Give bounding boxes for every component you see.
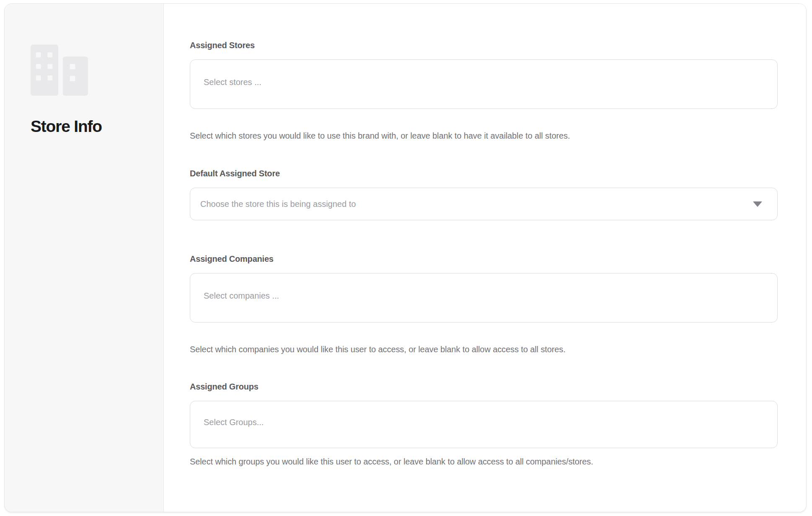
default-store-select[interactable]: Choose the store this is being assigned … <box>190 188 778 220</box>
field-assigned-companies: Assigned Companies Select which companie… <box>190 254 778 354</box>
assigned-companies-help: Select which companies you would like th… <box>190 344 778 354</box>
panel-title: Store Info <box>31 117 147 136</box>
buildings-icon <box>31 44 88 96</box>
field-assigned-stores: Assigned Stores Select which stores you … <box>190 40 778 141</box>
caret-down-icon <box>753 201 762 207</box>
assigned-companies-input[interactable] <box>190 273 778 322</box>
field-default-assigned-store: Default Assigned Store Choose the store … <box>190 168 778 220</box>
field-assigned-groups: Assigned Groups Select which groups you … <box>190 382 778 467</box>
section-form: Assigned Stores Select which stores you … <box>164 4 806 512</box>
default-store-label: Default Assigned Store <box>190 168 778 178</box>
assigned-stores-help: Select which stores you would like to us… <box>190 131 778 141</box>
assigned-groups-help: Select which groups you would like this … <box>190 457 778 467</box>
assigned-companies-label: Assigned Companies <box>190 254 778 264</box>
default-store-placeholder: Choose the store this is being assigned … <box>200 199 356 209</box>
section-sidebar: Store Info <box>5 4 164 512</box>
assigned-stores-label: Assigned Stores <box>190 40 778 50</box>
assigned-groups-label: Assigned Groups <box>190 382 778 392</box>
store-info-card: Store Info Assigned Stores Select which … <box>4 3 807 512</box>
assigned-groups-input[interactable] <box>190 401 778 448</box>
assigned-stores-input[interactable] <box>190 59 778 109</box>
